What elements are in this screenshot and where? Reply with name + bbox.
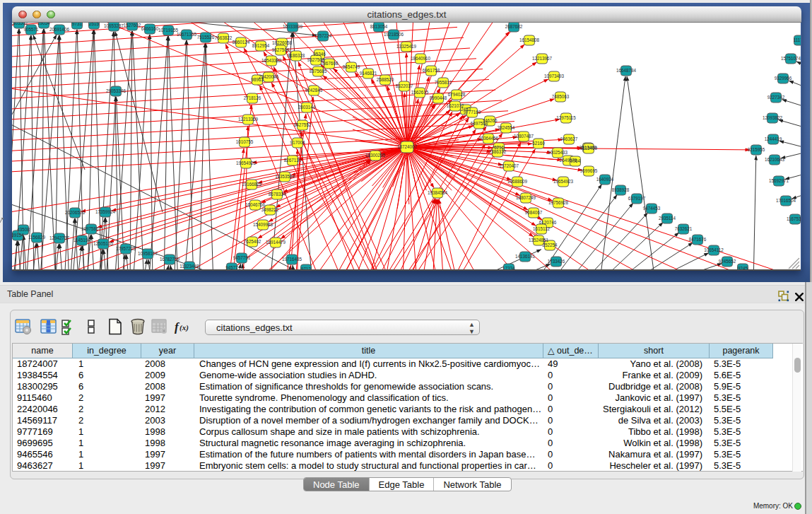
- svg-text:8427552: 8427552: [294, 122, 312, 127]
- svg-text:8860124: 8860124: [233, 40, 250, 45]
- svg-text:6466160: 6466160: [141, 26, 159, 31]
- svg-text:7663822: 7663822: [215, 35, 233, 40]
- svg-text:1244419: 1244419: [765, 136, 782, 141]
- svg-text:2935114: 2935114: [659, 216, 676, 221]
- svg-text:19166825: 19166825: [242, 182, 262, 187]
- svg-text:12975115: 12975115: [556, 115, 576, 120]
- svg-text:19384554: 19384554: [428, 190, 448, 195]
- svg-text:16210643: 16210643: [765, 157, 785, 162]
- svg-text:16914479: 16914479: [266, 240, 286, 245]
- svg-text:1640934: 1640934: [596, 177, 614, 182]
- svg-text:10025433: 10025433: [548, 150, 568, 155]
- svg-text:905571: 905571: [23, 27, 39, 32]
- svg-text:3824554: 3824554: [498, 125, 515, 130]
- svg-text:15751074: 15751074: [781, 56, 801, 61]
- svg-text:19218506: 19218506: [384, 32, 404, 37]
- svg-text:10688609: 10688609: [507, 179, 528, 184]
- svg-text:7632621: 7632621: [675, 226, 693, 231]
- svg-text:8186328: 8186328: [288, 53, 305, 58]
- svg-text:8678334: 8678334: [269, 192, 286, 197]
- svg-text:9329966: 9329966: [775, 76, 792, 81]
- svg-text:746266: 746266: [482, 118, 498, 123]
- svg-text:14136141: 14136141: [515, 254, 536, 259]
- svg-text:43508: 43508: [17, 227, 30, 232]
- svg-text:16154808: 16154808: [519, 37, 540, 42]
- svg-text:12213369: 12213369: [238, 117, 259, 122]
- svg-text:1145194: 1145194: [73, 238, 91, 243]
- svg-text:9457791: 9457791: [233, 255, 251, 260]
- svg-text:9327506: 9327506: [272, 47, 290, 52]
- svg-text:15720407: 15720407: [499, 163, 519, 168]
- svg-text:6120746: 6120746: [539, 220, 557, 225]
- svg-text:11353594: 11353594: [275, 174, 295, 179]
- svg-text:1010755: 1010755: [236, 139, 254, 144]
- svg-text:10807487: 10807487: [514, 134, 534, 139]
- svg-text:1615112: 1615112: [533, 226, 551, 231]
- svg-text:8215955: 8215955: [748, 147, 765, 152]
- svg-text:16033809: 16033809: [283, 24, 303, 29]
- svg-text:6379197: 6379197: [628, 196, 646, 201]
- svg-text:20206576: 20206576: [65, 210, 86, 215]
- svg-text:19716485: 19716485: [282, 257, 302, 262]
- svg-text:17334: 17334: [502, 266, 515, 269]
- svg-text:10958107: 10958107: [138, 251, 158, 256]
- svg-text:8322037: 8322037: [396, 83, 413, 88]
- svg-text:1167533: 1167533: [787, 216, 801, 221]
- svg-text:16782759: 16782759: [160, 257, 180, 262]
- svg-text:(x): (x): [180, 323, 189, 332]
- svg-text:18724007: 18724007: [397, 144, 418, 149]
- svg-text:8912954: 8912954: [252, 43, 270, 48]
- svg-text:1803502: 1803502: [12, 23, 28, 25]
- svg-text:2718126: 2718126: [244, 95, 261, 100]
- svg-text:18226058: 18226058: [272, 40, 293, 45]
- svg-text:3498222: 3498222: [261, 207, 279, 212]
- svg-text:16648784: 16648784: [616, 68, 637, 73]
- svg-text:19975867: 19975867: [81, 226, 102, 231]
- svg-text:17016504: 17016504: [776, 198, 796, 203]
- svg-text:19756928: 19756928: [548, 200, 569, 205]
- svg-text:1527602: 1527602: [124, 23, 141, 28]
- svg-text:10719155: 10719155: [158, 28, 179, 33]
- svg-text:8375685: 8375685: [310, 69, 327, 74]
- svg-text:18807249: 18807249: [516, 195, 536, 200]
- svg-text:18640910: 18640910: [411, 56, 431, 61]
- svg-text:1156829: 1156829: [28, 235, 46, 240]
- svg-text:2687682: 2687682: [505, 24, 523, 29]
- svg-text:7955812: 7955812: [435, 80, 452, 85]
- svg-text:7386372: 7386372: [489, 149, 507, 154]
- svg-text:8454749: 8454749: [343, 64, 360, 69]
- svg-text:18300295: 18300295: [365, 153, 386, 158]
- svg-text:17359924: 17359924: [95, 209, 116, 214]
- svg-text:13325419: 13325419: [396, 44, 417, 49]
- svg-text:2588520: 2588520: [377, 77, 394, 82]
- svg-text:20364456: 20364456: [478, 136, 499, 141]
- svg-text:94577: 94577: [225, 265, 238, 269]
- svg-text:917004: 917004: [290, 140, 305, 145]
- svg-text:8267130: 8267130: [284, 158, 302, 163]
- svg-text:13524851: 13524851: [529, 238, 549, 243]
- svg-text:9777169: 9777169: [464, 110, 481, 115]
- svg-text:9245: 9245: [738, 266, 748, 269]
- svg-text:12942737: 12942737: [49, 235, 70, 240]
- svg-text:1562615: 1562615: [411, 90, 429, 95]
- svg-text:8813054: 8813054: [370, 24, 388, 29]
- svg-text:7515526: 7515526: [197, 35, 215, 40]
- svg-text:2803144: 2803144: [298, 105, 316, 110]
- svg-text:11174: 11174: [794, 37, 801, 42]
- svg-text:8471676: 8471676: [689, 237, 707, 242]
- svg-text:7625402: 7625402: [244, 239, 261, 244]
- svg-text:12505135: 12505135: [93, 241, 114, 246]
- svg-text:9731: 9731: [72, 23, 83, 26]
- svg-text:10671355: 10671355: [177, 32, 197, 37]
- svg-text:9245652: 9245652: [719, 259, 736, 264]
- svg-text:10654112: 10654112: [704, 247, 724, 252]
- svg-text:11323448: 11323448: [180, 264, 199, 269]
- svg-text:6794028: 6794028: [448, 92, 466, 97]
- svg-text:9712: 9712: [301, 267, 312, 269]
- svg-text:2515: 2515: [89, 23, 100, 26]
- svg-text:7357224: 7357224: [314, 33, 332, 38]
- svg-text:16543382: 16543382: [261, 58, 282, 63]
- svg-text:9964: 9964: [570, 158, 581, 163]
- svg-text:252254: 252254: [542, 243, 558, 247]
- svg-text:29053346: 29053346: [106, 88, 126, 93]
